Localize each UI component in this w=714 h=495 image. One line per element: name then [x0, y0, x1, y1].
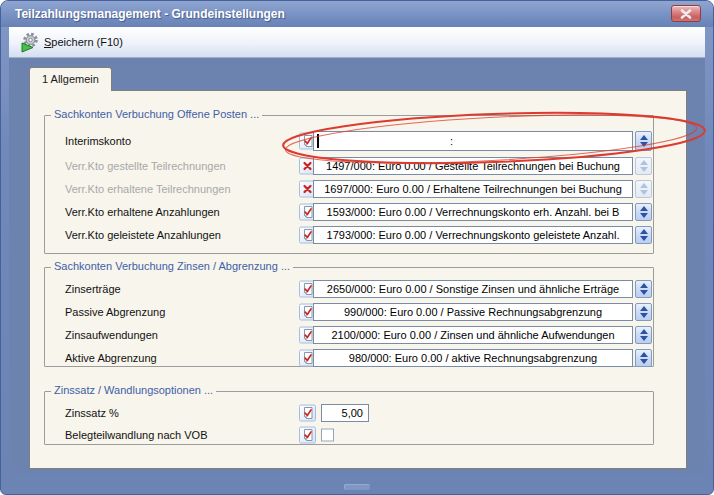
screenshot-stage: Teilzahlungsmanagement - Grundeinstellun…	[0, 0, 714, 495]
field-label: Zinssatz %	[65, 407, 119, 419]
spin-up-icon	[640, 183, 648, 188]
spin-down-icon	[640, 359, 648, 364]
resize-grip[interactable]	[344, 484, 370, 490]
combobox-value: 1697/000: Euro 0.00 / Erhaltene Teilrech…	[324, 183, 622, 195]
field-row-zinsaufwendungen: Zinsaufwendungen 2100/000: Euro 0.00 / Z…	[45, 326, 653, 344]
groupbox-title: Zinssatz / Wandlungsoptionen ...	[51, 384, 216, 396]
field-label: Zinserträge	[65, 283, 121, 295]
field-row-zinsertraege: Zinserträge 2650/000: Euro 0.00 / Sonsti…	[45, 280, 653, 298]
groupbox-title: Sachkonten Verbuchung Zinsen / Abgrenzun…	[51, 260, 293, 272]
field-row-erhaltene-anzahlungen: Verr.Kto erhaltene Anzahlungen 1593/000:…	[45, 203, 653, 221]
spinner-buttons[interactable]	[635, 203, 652, 221]
spinner-buttons[interactable]	[635, 226, 652, 244]
window-title: Teilzahlungsmanagement - Grundeinstellun…	[15, 1, 285, 27]
combobox-value: 2100/000: Euro 0.00 / Zinsen und ähnlich…	[331, 329, 614, 341]
field-row-passive-abgrenzung: Passive Abgrenzung 990/000: Euro 0.00 / …	[45, 303, 653, 321]
app-window: Teilzahlungsmanagement - Grundeinstellun…	[0, 0, 714, 495]
groupbox-offene-posten: Sachkonten Verbuchung Offene Posten ... …	[44, 115, 654, 254]
spinner-buttons	[635, 180, 652, 198]
spinner-buttons[interactable]	[635, 280, 652, 298]
account-combobox[interactable]: 2100/000: Euro 0.00 / Zinsen und ähnlich…	[313, 326, 633, 344]
spinner-buttons[interactable]	[635, 326, 652, 344]
content-area: 1 Allgemein Sachkonten Verbuchung Offene…	[9, 58, 705, 474]
save-button-label: Speichern (F10)	[44, 36, 123, 48]
account-combobox[interactable]: 980/000: Euro 0.00 / aktive Rechnungsabg…	[313, 349, 633, 367]
text-caret	[317, 134, 319, 148]
combobox-value: :	[450, 132, 453, 150]
field-label: Verr.Kto erhaltene Anzahlungen	[65, 206, 220, 218]
field-row-zinssatz: Zinssatz % 5,00	[45, 404, 653, 422]
interimskonto-combobox[interactable]: :	[313, 131, 633, 151]
page-check-icon	[301, 429, 314, 442]
spinner-buttons[interactable]	[635, 131, 652, 151]
spin-down-icon	[640, 142, 648, 147]
save-button[interactable]: Speichern (F10)	[13, 30, 130, 54]
spin-up-icon	[640, 135, 648, 140]
spinner-buttons[interactable]	[635, 349, 652, 367]
close-button[interactable]	[671, 5, 701, 22]
close-icon	[680, 9, 692, 19]
title-bar[interactable]: Teilzahlungsmanagement - Grundeinstellun…	[1, 1, 713, 27]
groupbox-zinssatz-wandlungsoptionen: Zinssatz / Wandlungsoptionen ... Zinssat…	[44, 391, 654, 445]
field-row-aktive-abgrenzung: Aktive Abgrenzung 980/000: Euro 0.00 / a…	[45, 349, 653, 367]
field-enabled-toggle[interactable]	[299, 427, 316, 444]
account-combobox[interactable]: 1497/000: Euro 0.00 / Gestellte Teilrech…	[313, 157, 633, 175]
spin-up-icon	[640, 329, 648, 334]
field-row-erhaltene-teilrechnungen: Verr.Kto erhaltene Teilrechnungen 1697/0…	[45, 180, 653, 198]
spin-down-icon	[640, 236, 648, 241]
zinssatz-input[interactable]: 5,00	[321, 404, 369, 422]
field-label: Passive Abgrenzung	[65, 306, 165, 318]
combobox-value: 2650/000: Euro 0.00 / Sonstige Zinsen un…	[327, 283, 619, 295]
combobox-value: 990/000: Euro 0.00 / Passive Rechnungsab…	[344, 306, 602, 318]
account-combobox[interactable]: 990/000: Euro 0.00 / Passive Rechnungsab…	[313, 303, 633, 321]
account-combobox[interactable]: 1697/000: Euro 0.00 / Erhaltene Teilrech…	[313, 180, 633, 198]
spin-down-icon	[640, 190, 648, 195]
combobox-value: 1593/000: Euro 0.00 / Verrechnungskonto …	[327, 206, 620, 218]
groupbox-zinsen-abgrenzung: Sachkonten Verbuchung Zinsen / Abgrenzun…	[44, 267, 654, 367]
field-row-gestellte-teilrechnungen: Verr.Kto gestellte Teilrechnungen 1497/0…	[45, 157, 653, 175]
spin-up-icon	[640, 160, 648, 165]
spin-up-icon	[640, 206, 648, 211]
spin-up-icon	[640, 306, 648, 311]
spin-down-icon	[640, 313, 648, 318]
spinner-buttons	[635, 157, 652, 175]
field-row-interimskonto: Interimskonto :	[45, 131, 653, 151]
field-label: Verr.Kto gestellte Teilrechnungen	[65, 160, 226, 172]
account-combobox[interactable]: 1793/000: Euro 0.00 / Verrechnungskonto …	[313, 226, 633, 244]
combobox-value: 980/000: Euro 0.00 / aktive Rechnungsabg…	[349, 352, 597, 364]
field-label: Verr.Kto erhaltene Teilrechnungen	[65, 183, 231, 195]
tab-allgemein[interactable]: 1 Allgemein	[29, 67, 112, 91]
tab-page: Sachkonten Verbuchung Offene Posten ... …	[29, 90, 687, 469]
account-combobox[interactable]: 2650/000: Euro 0.00 / Sonstige Zinsen un…	[313, 280, 633, 298]
spin-up-icon	[640, 352, 648, 357]
groupbox-title: Sachkonten Verbuchung Offene Posten ...	[51, 108, 262, 120]
account-combobox[interactable]: 1593/000: Euro 0.00 / Verrechnungskonto …	[313, 203, 633, 221]
combobox-value: 1497/000: Euro 0.00 / Gestellte Teilrech…	[326, 160, 620, 172]
field-row-vob-wandlung: Belegteilwandlung nach VOB	[45, 428, 653, 442]
combobox-value: 1793/000: Euro 0.00 / Verrechnungskonto …	[327, 229, 620, 241]
field-enabled-toggle[interactable]	[299, 405, 316, 422]
toolbar: Speichern (F10)	[9, 27, 705, 58]
field-label: Verr.Kto geleistete Anzahlungen	[65, 229, 221, 241]
field-label: Interimskonto	[65, 135, 131, 147]
field-label: Zinsaufwendungen	[65, 329, 158, 341]
spinner-buttons[interactable]	[635, 303, 652, 321]
save-gear-icon	[20, 32, 40, 53]
spin-down-icon	[640, 290, 648, 295]
vob-checkbox[interactable]	[321, 429, 334, 442]
spin-up-icon	[640, 283, 648, 288]
field-label: Belegteilwandlung nach VOB	[65, 429, 207, 441]
spin-up-icon	[640, 229, 648, 234]
field-label: Aktive Abgrenzung	[65, 352, 157, 364]
spin-down-icon	[640, 336, 648, 341]
page-check-icon	[301, 407, 314, 420]
spin-down-icon	[640, 167, 648, 172]
spin-down-icon	[640, 213, 648, 218]
field-row-geleistete-anzahlungen: Verr.Kto geleistete Anzahlungen 1793/000…	[45, 226, 653, 244]
